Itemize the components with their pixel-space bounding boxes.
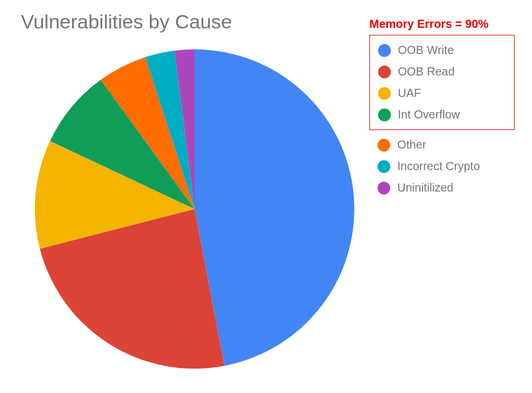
legend-swatch [378, 44, 391, 57]
legend-label: Int Overflow [398, 108, 460, 121]
legend-swatch [378, 182, 390, 194]
legend-label: Uninitilized [397, 181, 454, 194]
legend-item: UAF [378, 86, 479, 100]
chart-title: Vulnerabilities by Cause [21, 10, 232, 33]
legend-swatch [378, 109, 391, 121]
legend-label: Incorrect Crypto [397, 160, 480, 173]
legend-item: Uninitilized [378, 181, 480, 194]
pie-chart [35, 49, 354, 369]
legend-item: Incorrect Crypto [378, 160, 480, 173]
legend-swatch [378, 66, 391, 78]
pie-slice [195, 49, 354, 366]
legend-label: OOB Read [398, 65, 455, 78]
legend-item: Other [378, 138, 480, 152]
legend-highlight-box: OOB WriteOOB ReadUAFInt Overflow [369, 35, 515, 130]
legend-rest: OtherIncorrect CryptoUninitilized [369, 138, 515, 194]
legend-item: OOB Write [378, 44, 479, 57]
legend-label: UAF [398, 86, 421, 100]
legend-swatch [378, 160, 390, 173]
legend-label: OOB Write [398, 44, 454, 57]
legend: OOB WriteOOB ReadUAFInt Overflow OtherIn… [369, 35, 515, 194]
memory-errors-annotation: Memory Errors = 90% [369, 17, 488, 31]
legend-label: Other [397, 138, 426, 152]
legend-item: Int Overflow [378, 108, 479, 121]
legend-swatch [378, 87, 391, 100]
legend-swatch [378, 139, 390, 152]
legend-item: OOB Read [378, 65, 479, 78]
